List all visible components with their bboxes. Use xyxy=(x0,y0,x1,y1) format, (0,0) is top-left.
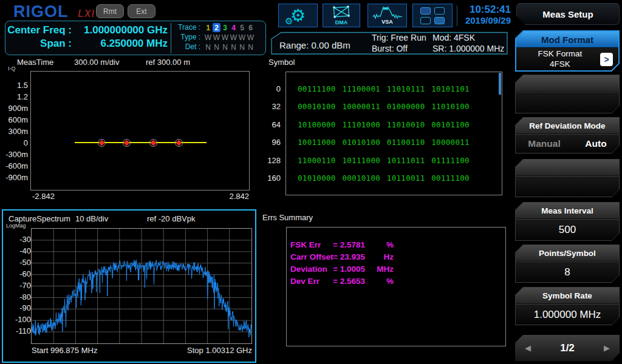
mod-format-label: Mod Format xyxy=(516,32,618,47)
meastime-y-tick: 1.5 xyxy=(0,81,28,90)
type-row-label: Type : xyxy=(171,33,200,41)
meastime-x-left: -2.842 xyxy=(32,192,55,201)
softkey-ref-deviation-mode[interactable]: Ref Deviation Mode Manual Auto xyxy=(515,117,620,153)
softkey-empty-1[interactable] xyxy=(515,75,620,113)
trace-number-2[interactable]: 2 xyxy=(213,23,220,32)
vsa-icon xyxy=(373,6,402,19)
lxi-logo: LXI xyxy=(78,8,95,19)
spectrum-y-tick: -110 xyxy=(3,326,31,335)
trace-number-3[interactable]: 3 xyxy=(221,23,229,32)
meastime-y-tick: 1.2 xyxy=(0,92,28,101)
iq-trace-line xyxy=(75,142,207,143)
points-per-symbol-value: 8 xyxy=(516,261,619,282)
spectrum-stop-label: Stop 1.00312 GHz xyxy=(171,346,252,355)
vsa-mode-button[interactable]: VSA xyxy=(367,4,407,27)
softkey-pager[interactable]: ◀ 1/2 ▶ xyxy=(515,335,620,361)
meastime-y-tick: 300m xyxy=(0,127,28,136)
err-row-unit: % xyxy=(373,277,394,286)
symbol-row-index: 64 xyxy=(258,120,281,129)
window-grid-icon xyxy=(420,7,445,24)
option-manual[interactable]: Manual xyxy=(528,138,560,149)
trace-det-1: N xyxy=(204,42,212,52)
page-prev-icon[interactable]: ◀ xyxy=(525,343,531,352)
spectrum-y-tick: -100 xyxy=(3,315,31,324)
meastime-ref: ref 300.00 m xyxy=(146,58,190,67)
rigol-logo: RIGOL xyxy=(13,2,69,22)
gear-small-icon: ⚙ xyxy=(285,16,293,25)
trace-type-4: W xyxy=(230,33,238,42)
trace-type-2: W xyxy=(213,33,220,42)
clock-date: 2019/09/29 xyxy=(465,15,511,25)
softkey-mod-format[interactable]: Mod Format FSK Format 4FSK > xyxy=(515,30,620,72)
trace-type-1: W xyxy=(204,33,212,42)
spectrum-panel[interactable]: CaptureSpectrum 10 dB/div ref -20 dBVpk … xyxy=(2,209,256,363)
softkey-empty-2[interactable] xyxy=(515,159,620,197)
meastime-title: MeasTime xyxy=(17,58,53,67)
center-freq-value[interactable]: 1.000000000 GHz xyxy=(72,24,168,36)
trace-type-strip: WWWWWW xyxy=(204,33,255,42)
trace-type-5: W xyxy=(238,33,246,42)
trace-det-4: N xyxy=(230,42,238,52)
trace-det-2: N xyxy=(213,42,220,52)
spectrum-y-tick: -80 xyxy=(3,292,31,302)
trace-det-6: N xyxy=(247,42,255,52)
err-row-value: = 2.5653 xyxy=(333,277,365,286)
symbol-row-bits: 01010000 00010100 10110011 00111100 xyxy=(298,174,470,183)
trace-type-6: W xyxy=(247,33,255,42)
page-next-icon[interactable]: ▶ xyxy=(604,343,610,352)
err-row-unit: % xyxy=(373,240,394,249)
range-text: Range: 0.00 dBm xyxy=(279,40,350,50)
rmt-button[interactable]: Rmt xyxy=(96,4,124,18)
trace-number-1[interactable]: 1 xyxy=(204,23,212,32)
symbol-scrollbar[interactable] xyxy=(499,73,501,95)
meastime-format: I-Q xyxy=(8,66,16,72)
trace-number-5[interactable]: 5 xyxy=(238,23,246,32)
trig-text: Trig: Free Run xyxy=(372,33,426,42)
meastime-x-right: 2.842 xyxy=(213,192,249,201)
symbol-row-bits: 00111100 11100001 11010111 10101101 xyxy=(298,84,470,93)
spectrum-scale: 10 dB/div xyxy=(75,214,108,223)
clock-time: 10:52:41 xyxy=(465,4,511,15)
spectrum-y-tick: -70 xyxy=(3,281,31,290)
trace-number-6[interactable]: 6 xyxy=(247,23,255,32)
meastime-y-tick: 900m xyxy=(0,104,28,113)
trace-number-4[interactable]: 4 xyxy=(230,23,238,32)
symbol-row-bits: 10011000 01010100 01100110 10000011 xyxy=(298,138,470,147)
spectrum-ref: ref -20 dBVpk xyxy=(147,214,196,223)
err-row-label: Carr Offset xyxy=(290,252,333,261)
symbol-row-bits: 11000110 10111000 10111011 01111100 xyxy=(298,156,470,165)
symbol-rate-value: 1.000000 MHz xyxy=(516,304,619,325)
burst-text: Burst: Off xyxy=(372,44,408,53)
mod-text: Mod: 4FSK xyxy=(432,33,475,42)
dma-icon xyxy=(329,5,354,20)
symbol-title: Symbol xyxy=(268,58,295,67)
dma-mode-button[interactable]: DMA xyxy=(323,4,360,27)
diamond-marker-icon xyxy=(150,140,156,146)
det-row-label: Det : xyxy=(171,42,200,51)
span-value[interactable]: 6.250000 MHz xyxy=(72,38,168,50)
option-auto[interactable]: Auto xyxy=(585,138,606,149)
meas-interval-label: Meas Interval xyxy=(516,203,619,218)
spectrum-y-tick: -60 xyxy=(3,269,31,278)
center-freq-label: Center Freq : xyxy=(6,24,72,36)
system-settings-button[interactable]: ⚙ ⚙ xyxy=(278,4,318,27)
err-row-label: Deviation xyxy=(290,265,327,274)
softkey-symbol-rate[interactable]: Symbol Rate 1.000000 MHz xyxy=(515,287,620,325)
ext-button[interactable]: Ext xyxy=(128,4,156,18)
meastime-y-tick: -600m xyxy=(0,161,28,170)
display-layout-button[interactable] xyxy=(412,4,453,27)
spectrum-title: CaptureSpectrum xyxy=(9,214,70,223)
softkey-meas-interval[interactable]: Meas Interval 500 xyxy=(515,202,620,241)
errs-title: Errs Summary xyxy=(262,213,313,222)
trace-det-5: N xyxy=(238,42,246,52)
spectrum-chart-area xyxy=(31,228,252,344)
spectrum-y-tick: -40 xyxy=(3,246,31,255)
diamond-marker-icon xyxy=(124,140,130,146)
symbol-row-index: 160 xyxy=(258,174,281,183)
trace-det-strip: NNNNNN xyxy=(204,42,255,52)
spectrum-gridlines xyxy=(32,229,251,343)
spectrum-start-label: Start 996.875 MHz xyxy=(32,346,97,355)
meastime-y-tick: -900m xyxy=(0,173,28,182)
chevron-right-icon[interactable]: > xyxy=(600,53,613,66)
softkey-points-per-symbol[interactable]: Points/Symbol 8 xyxy=(515,244,620,283)
